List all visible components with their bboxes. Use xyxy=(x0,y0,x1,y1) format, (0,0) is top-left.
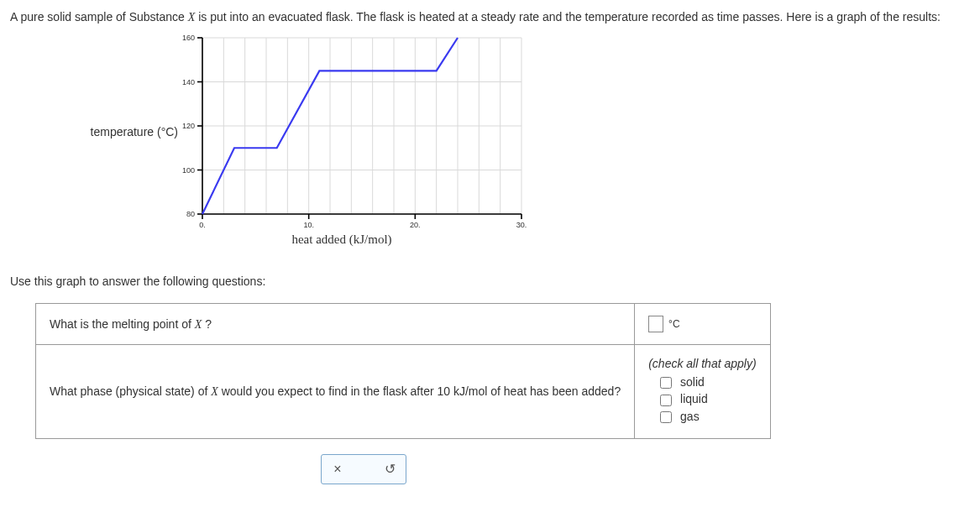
questions-table: What is the melting point of X ? °C What… xyxy=(35,303,771,439)
melting-point-input[interactable] xyxy=(648,316,663,332)
chart-y-axis-label: temperature (°C) xyxy=(10,125,178,139)
question-intro: A pure solid sample of Substance X is pu… xyxy=(10,8,970,26)
clear-button[interactable]: × xyxy=(328,460,347,478)
xtick-0: 0. xyxy=(199,221,206,229)
ytick-100: 100 xyxy=(182,166,195,175)
reset-icon: ↺ xyxy=(385,461,396,477)
option-liquid-label: liquid xyxy=(680,392,708,405)
xtick-10: 10. xyxy=(303,221,314,229)
option-solid-label: solid xyxy=(680,375,705,389)
instructions-text: Use this graph to answer the following q… xyxy=(10,274,970,288)
ytick-160: 160 xyxy=(182,34,195,42)
checkbox-gas[interactable] xyxy=(660,411,672,423)
check-all-hint: (check all that apply) xyxy=(648,357,756,370)
reset-button[interactable]: ↺ xyxy=(380,460,399,478)
q1-answer-cell: °C xyxy=(635,304,770,345)
q2-prompt-cell: What phase (physical state) of X would y… xyxy=(36,345,635,439)
chart-x-axis-label: heat added (kJ/mol) xyxy=(182,233,501,247)
ytick-80: 80 xyxy=(186,210,195,218)
ytick-140: 140 xyxy=(182,78,195,86)
close-icon: × xyxy=(333,462,341,477)
option-gas-label: gas xyxy=(680,410,700,423)
ytick-120: 120 xyxy=(182,122,195,130)
xtick-20: 20. xyxy=(410,221,421,229)
checkbox-liquid[interactable] xyxy=(660,395,672,406)
q2-answer-cell: (check all that apply) solid liquid gas xyxy=(635,345,770,439)
q1-prompt-cell: What is the melting point of X ? xyxy=(36,304,635,345)
chart-area: temperature (°C) xyxy=(10,33,531,259)
action-button-bar: × ↺ xyxy=(321,454,406,484)
unit-label: °C xyxy=(668,318,679,330)
checkbox-solid[interactable] xyxy=(660,377,672,389)
xtick-30: 30. xyxy=(516,221,527,229)
heating-curve-chart: 160 140 120 100 80 0. 10. 20. 30. xyxy=(182,33,527,229)
